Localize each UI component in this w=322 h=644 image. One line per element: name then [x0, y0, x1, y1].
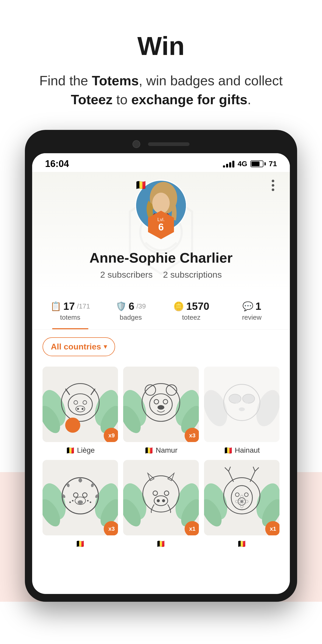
location-flag: 🇧🇪: [66, 446, 75, 455]
location-flag: 🇧🇪: [237, 540, 246, 548]
svg-point-36: [242, 394, 255, 403]
location-label: Namur: [156, 446, 177, 454]
location-flag: 🇧🇪: [76, 540, 85, 548]
list-item[interactable]: 🇧🇪 Hainaut: [204, 367, 279, 455]
list-item[interactable]: x1 🇧🇪: [123, 460, 199, 548]
totems-icon: 📋: [50, 301, 61, 311]
svg-point-52: [69, 501, 71, 503]
tab-badges[interactable]: 🛡️ 6/39 badges: [101, 293, 161, 329]
battery-level: 71: [269, 160, 277, 168]
toteez-icon: 🪙: [173, 301, 184, 311]
svg-point-35: [229, 394, 241, 403]
country-filter-button[interactable]: All countries ▾: [43, 337, 115, 356]
profile-flag: 🇧🇪: [135, 180, 147, 191]
totem-location-name: 🇧🇪 Namur: [123, 446, 199, 455]
svg-point-4: [152, 193, 170, 214]
svg-point-17: [82, 408, 83, 410]
review-icon: 💬: [242, 301, 253, 311]
totem-location-name: 🇧🇪: [123, 540, 199, 548]
list-item[interactable]: x3 🇧🇪: [43, 460, 118, 548]
battery-icon: [250, 160, 266, 167]
totem-image-wrap: x9: [43, 367, 118, 442]
svg-point-54: [90, 501, 91, 503]
svg-point-40: [239, 407, 245, 411]
count-badge: x1: [185, 521, 199, 535]
totem-location-name: 🇧🇪: [204, 540, 279, 548]
subtitle-totems: Totems: [92, 73, 139, 88]
subtitle-part2: , win badges and collect: [139, 73, 283, 88]
toteez-count: 🪙 1570: [164, 300, 219, 312]
count-badge: x1: [265, 521, 279, 535]
subtitle-end: .: [247, 92, 251, 107]
marketing-section: Win Find the Totems, win badges and coll…: [0, 0, 322, 125]
totem-image: x9: [43, 367, 118, 442]
avatar-container: 🇧🇪 Lvl. 6: [135, 180, 187, 232]
chevron-down-icon: ▾: [104, 343, 107, 350]
svg-point-50: [78, 500, 83, 504]
dot1: [272, 180, 274, 182]
subtitle-exchange: exchange for gifts: [131, 92, 247, 107]
signal-icon: [223, 160, 234, 167]
svg-point-38: [235, 400, 239, 404]
totem-image-wrap: x3: [123, 367, 199, 442]
subtitle: Find the Totems, win badges and collect …: [21, 71, 301, 109]
tab-totems[interactable]: 📋 17/171 totems: [40, 293, 101, 329]
tab-review[interactable]: 💬 1 review: [222, 293, 282, 329]
svg-point-65: [162, 499, 165, 502]
totem-location-name: 🇧🇪 Hainaut: [204, 446, 279, 455]
dot2: [272, 184, 274, 187]
totem-image-wrap: [204, 367, 279, 442]
filter-section: All countries ▾: [32, 330, 290, 361]
totem-image-wrap: x3: [43, 460, 118, 535]
network-type: 4G: [237, 160, 247, 168]
list-item[interactable]: x3 🇧🇪 Namur: [123, 367, 199, 455]
location-flag: 🇧🇪: [144, 446, 153, 455]
totem-grid: x9 🇧🇪 Liège: [32, 361, 290, 554]
subtitle-part3: to: [113, 92, 131, 107]
svg-point-16: [77, 408, 79, 410]
profile-header: 🇧🇪 Lvl. 6 Anne-Sophie Charlier 2 subscri…: [32, 172, 290, 293]
totem-image: x1: [204, 460, 279, 535]
toteez-label: toteez: [164, 313, 219, 321]
list-item[interactable]: x9 🇧🇪 Liège: [43, 367, 118, 455]
badges-icon: 🛡️: [116, 301, 127, 311]
location-flag: 🇧🇪: [156, 540, 165, 548]
count-badge: x3: [104, 521, 118, 535]
phone-top-bar: [32, 138, 290, 153]
dot3: [272, 188, 274, 191]
subtitle-part1: Find the: [39, 73, 92, 88]
status-time: 16:04: [45, 158, 69, 169]
phone-wrapper: 16:04 4G: [0, 130, 322, 602]
stats-tabs: 📋 17/171 totems 🛡️ 6/39 badges: [32, 293, 290, 330]
totem-location-name: 🇧🇪: [43, 540, 118, 548]
svg-point-53: [87, 500, 89, 501]
front-camera: [132, 140, 140, 148]
phone-screen: 16:04 4G: [32, 153, 290, 594]
totem-image: x1: [123, 460, 199, 535]
count-badge: x9: [104, 428, 118, 442]
badges-count: 🛡️ 6/39: [103, 300, 159, 312]
totem-image-wrap: x1: [204, 460, 279, 535]
review-label: review: [224, 313, 280, 321]
status-icons: 4G 71: [223, 160, 277, 168]
location-label: Hainaut: [235, 446, 260, 454]
svg-point-64: [157, 499, 160, 502]
svg-point-18: [65, 417, 80, 432]
review-count: 💬 1: [224, 300, 280, 312]
page-title: Win: [21, 31, 301, 61]
tab-toteez[interactable]: 🪙 1570 toteez: [161, 293, 222, 329]
menu-dots-button[interactable]: [272, 180, 274, 191]
location-flag: 🇧🇪: [224, 446, 233, 455]
location-label: Liège: [77, 446, 95, 454]
list-item[interactable]: x1 🇧🇪: [204, 460, 279, 548]
totems-label: totems: [43, 313, 98, 321]
count-badge: x3: [185, 428, 199, 442]
phone-frame: 16:04 4G: [25, 130, 297, 602]
subtitle-toteez: Toteez: [71, 92, 113, 107]
svg-point-51: [72, 500, 74, 501]
totem-image: x3: [43, 460, 118, 535]
totem-image-wrap: x1: [123, 460, 199, 535]
phone-outer: 16:04 4G: [25, 130, 297, 602]
totem-image: [204, 367, 279, 442]
svg-point-30: [158, 405, 164, 409]
